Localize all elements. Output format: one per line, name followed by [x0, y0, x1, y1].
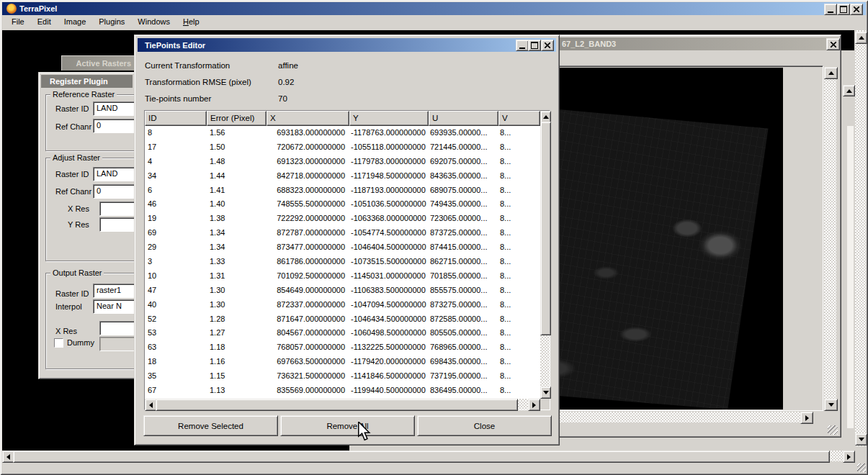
cell: 723065.00000...: [429, 212, 498, 226]
arrow-left-icon: [6, 454, 10, 460]
menu-item-file[interactable]: File: [5, 15, 31, 28]
cell: 67: [145, 384, 207, 398]
menu-item-image[interactable]: Image: [58, 15, 93, 28]
table-row[interactable]: 471.30854649.000000000-1106383.500000000…: [145, 284, 540, 298]
table-row[interactable]: 521.28871647.000000000-1046434.500000000…: [145, 312, 540, 327]
cell: -1073515.500000000: [349, 255, 429, 269]
menu-item-help[interactable]: Help: [176, 15, 206, 28]
table-row[interactable]: 531.27804567.000000000-1060498.500000000…: [145, 326, 540, 340]
table-row[interactable]: 631.18768057.000000000-1132225.500000000…: [145, 340, 540, 355]
maximize-button[interactable]: [528, 40, 541, 51]
active-rasters-title-bar[interactable]: Active Rasters: [61, 55, 134, 71]
image-window-close-button[interactable]: [826, 38, 840, 50]
group-legend: Reference Raster: [50, 90, 117, 99]
scroll-up-button[interactable]: [855, 32, 867, 44]
column-header-v[interactable]: V: [498, 111, 540, 126]
table-row[interactable]: 181.16697663.500000000-1179420.000000000…: [145, 355, 540, 369]
ref-chan-value: 0: [97, 186, 101, 195]
ref-chan-label: Ref Chanr: [55, 187, 91, 196]
table-row[interactable]: 61.41688323.000000000-1187193.0000000006…: [145, 184, 540, 198]
table-row[interactable]: 81.56693183.000000000-1178763.0000000006…: [145, 126, 540, 140]
minimize-button[interactable]: [516, 40, 529, 51]
cell: 843635.00000...: [429, 169, 498, 184]
column-header-error-pixel-[interactable]: Error (Pixel): [207, 111, 267, 126]
column-header-id[interactable]: ID: [145, 111, 207, 126]
scroll-down-button[interactable]: [855, 433, 867, 445]
image-vscrollbar[interactable]: [824, 67, 836, 411]
tiepoints-title-bar[interactable]: TiePoints Editor: [138, 38, 556, 52]
cell: 34: [145, 169, 207, 184]
cell: 1.56: [207, 126, 267, 140]
remove-selected-button[interactable]: Remove Selected: [143, 415, 278, 436]
raster-id-value: LAND: [97, 169, 117, 178]
menu-item-plugins[interactable]: Plugins: [92, 15, 131, 28]
cell: 720672.000000000: [267, 140, 349, 155]
hscroll-thumb[interactable]: [156, 399, 518, 411]
cell: 8...: [498, 355, 539, 369]
table-row[interactable]: 341.44842718.000000000-1171948.500000000…: [145, 169, 540, 184]
scroll-down-button[interactable]: [824, 399, 838, 411]
table-body: 81.56693183.000000000-1178763.0000000006…: [145, 126, 540, 399]
table-row[interactable]: 671.13835569.000000000-1199440.500000000…: [145, 384, 540, 398]
background-scroll-up-button[interactable]: [843, 85, 855, 96]
cell: 836495.00000...: [429, 384, 498, 398]
cell: 8...: [498, 284, 539, 298]
scroll-right-button[interactable]: [528, 399, 540, 411]
app-title-bar[interactable]: TerraPixel: [2, 2, 866, 15]
info-value: 0.92: [278, 78, 294, 86]
app-logo-sun-icon: [6, 4, 17, 14]
menu-item-windows[interactable]: Windows: [131, 15, 176, 28]
cell: -1047094.500000000: [349, 298, 429, 312]
cell: 69: [145, 226, 207, 240]
close-button[interactable]: [541, 40, 554, 51]
column-header-y[interactable]: Y: [349, 111, 429, 126]
table-row[interactable]: 41.48691323.000000000-1179783.0000000006…: [145, 155, 540, 169]
table-vscrollbar[interactable]: [540, 111, 550, 399]
scroll-down-button[interactable]: [540, 386, 551, 399]
ref-chan-label: Ref Chanr: [55, 122, 91, 131]
raster-id-label: Raster ID: [55, 289, 89, 298]
arrow-right-icon: [805, 415, 809, 421]
close-button[interactable]: Close: [417, 415, 552, 436]
scroll-up-button[interactable]: [824, 67, 838, 79]
minimize-button[interactable]: [824, 4, 837, 15]
hscroll-thumb[interactable]: [13, 451, 830, 463]
column-header-u[interactable]: U: [429, 111, 498, 126]
table-hscrollbar[interactable]: [145, 399, 540, 410]
dummy-checkbox[interactable]: [54, 338, 63, 348]
close-button[interactable]: [850, 4, 863, 15]
table-row[interactable]: 191.38722292.000000000-1063368.000000000…: [145, 212, 540, 226]
scroll-right-button[interactable]: [800, 412, 813, 424]
cell: 862715.00000...: [429, 255, 498, 269]
cell: 8...: [498, 197, 539, 212]
table-row[interactable]: 351.15736321.500000000-1141846.500000000…: [145, 369, 540, 384]
app-vscrollbar[interactable]: [855, 30, 866, 446]
app-resize-grip[interactable]: [857, 463, 866, 472]
table-row[interactable]: 691.34872787.000000000-1054774.500000000…: [145, 226, 540, 240]
table-row[interactable]: 291.34873477.000000000-1046404.500000000…: [145, 240, 540, 255]
app-hscrollbar[interactable]: [2, 451, 855, 461]
background-scrollbar-track[interactable]: [847, 126, 854, 428]
register-plugin-title-bar[interactable]: Register Plugin: [41, 75, 133, 88]
arrow-right-icon: [532, 402, 536, 408]
table-row[interactable]: 101.31701092.500000000-1145031.000000000…: [145, 269, 540, 284]
scroll-right-button[interactable]: [843, 451, 855, 463]
window-resize-grip[interactable]: [828, 425, 838, 435]
vscroll-thumb[interactable]: [540, 122, 551, 335]
cell: 8...: [498, 169, 539, 184]
remove-all-button[interactable]: Remove All: [280, 415, 415, 436]
table-row[interactable]: 31.33861786.000000000-1073515.5000000008…: [145, 255, 540, 269]
table-row[interactable]: 461.40748555.500000000-1051036.500000000…: [145, 197, 540, 212]
column-header-x[interactable]: X: [267, 111, 349, 126]
scrollbar-corner: [540, 399, 550, 410]
info-label: Tie-points number: [145, 94, 278, 103]
table-row[interactable]: 171.50720672.000000000-1055118.000000000…: [145, 140, 540, 155]
table-row[interactable]: 401.30872337.000000000-1047094.500000000…: [145, 298, 540, 312]
cell: 736321.500000000: [267, 369, 349, 384]
maximize-button[interactable]: [837, 4, 850, 15]
info-label: Transformation RMSE (pixel): [145, 78, 278, 86]
cell: 872337.000000000: [267, 298, 349, 312]
arrow-down-icon: [828, 403, 834, 407]
menu-item-edit[interactable]: Edit: [31, 15, 58, 28]
x-res-label: X Res: [55, 327, 77, 335]
